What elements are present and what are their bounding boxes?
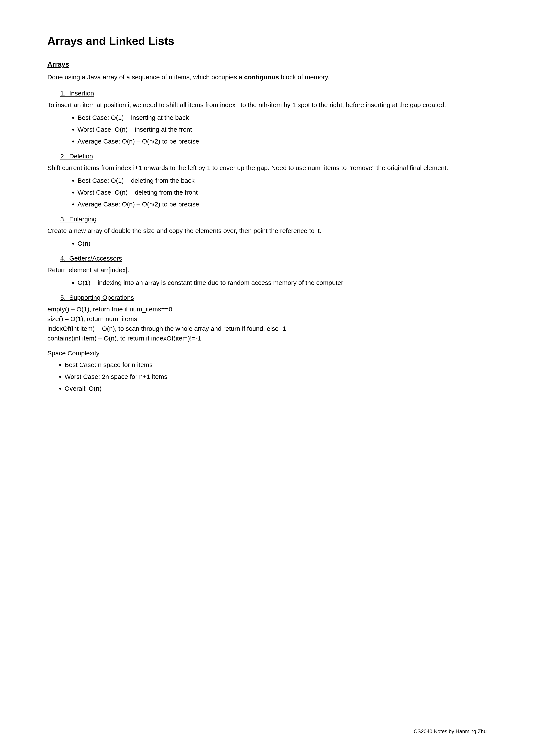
list-item: Average Case: O(n) – O(n/2) to be precis…	[78, 199, 487, 209]
enlarging-description: Create a new array of double the size an…	[47, 226, 487, 235]
list-item: Worst Case: 2n space for n+1 items	[64, 372, 487, 381]
insertion-bullets: Best Case: O(1) – inserting at the back …	[78, 113, 487, 146]
list-item-enlarging: 3. Enlarging Create a new array of doubl…	[60, 216, 487, 248]
enlarging-bullets: O(n)	[78, 239, 487, 248]
page-container: Arrays and Linked Lists Arrays Done usin…	[0, 0, 534, 432]
list-item-insertion: 1. Insertion To insert an item at positi…	[60, 90, 487, 146]
list-item: Worst Case: O(n) – deleting from the fro…	[78, 187, 487, 197]
space-complexity-section: Space Complexity Best Case: n space for …	[47, 350, 487, 393]
list-item: Best Case: n space for n items	[64, 360, 487, 369]
deletion-description: Shift current items from index i+1 onwar…	[47, 163, 487, 173]
footer: CS2040 Notes by Hanming Zhu	[414, 728, 487, 735]
supporting-description: empty() – O(1), return true if num_items…	[47, 304, 487, 343]
arrays-numbered-list: 1. Insertion To insert an item at positi…	[60, 90, 487, 343]
enlarging-heading: 3. Enlarging	[60, 216, 487, 223]
list-item: Overall: O(n)	[64, 384, 487, 393]
arrays-section: Arrays Done using a Java array of a sequ…	[47, 60, 487, 393]
list-item-supporting: 5. Supporting Operations empty() – O(1),…	[60, 294, 487, 343]
list-item: Average Case: O(n) – O(n/2) to be precis…	[78, 136, 487, 146]
supporting-heading: 5. Supporting Operations	[60, 294, 487, 301]
arrays-intro-end: block of memory.	[281, 73, 329, 81]
list-item: O(n)	[78, 239, 487, 248]
deletion-bullets: Best Case: O(1) – deleting from the back…	[78, 176, 487, 209]
space-complexity-bullets: Best Case: n space for n items Worst Cas…	[64, 360, 487, 393]
list-item: Worst Case: O(n) – inserting at the fron…	[78, 124, 487, 134]
arrays-heading: Arrays	[47, 60, 487, 68]
arrays-intro-bold: contiguous	[244, 73, 279, 81]
arrays-intro: Done using a Java array of a sequence of…	[47, 72, 487, 82]
page-title: Arrays and Linked Lists	[47, 35, 487, 47]
getters-heading: 4. Getters/Accessors	[60, 255, 487, 262]
insertion-description: To insert an item at position i, we need…	[47, 100, 487, 110]
getters-description: Return element at arr[index].	[47, 265, 487, 275]
list-item: Best Case: O(1) – inserting at the back	[78, 113, 487, 122]
insertion-heading: 1. Insertion	[60, 90, 487, 97]
deletion-heading: 2. Deletion	[60, 152, 487, 160]
getters-bullets: O(1) – indexing into an array is constan…	[78, 278, 487, 287]
list-item-deletion: 2. Deletion Shift current items from ind…	[60, 152, 487, 209]
list-item-getters: 4. Getters/Accessors Return element at a…	[60, 255, 487, 287]
space-complexity-title: Space Complexity	[47, 350, 487, 357]
arrays-intro-text: Done using a Java array of a sequence of…	[47, 73, 242, 81]
list-item: O(1) – indexing into an array is constan…	[78, 278, 487, 287]
list-item: Best Case: O(1) – deleting from the back	[78, 176, 487, 185]
